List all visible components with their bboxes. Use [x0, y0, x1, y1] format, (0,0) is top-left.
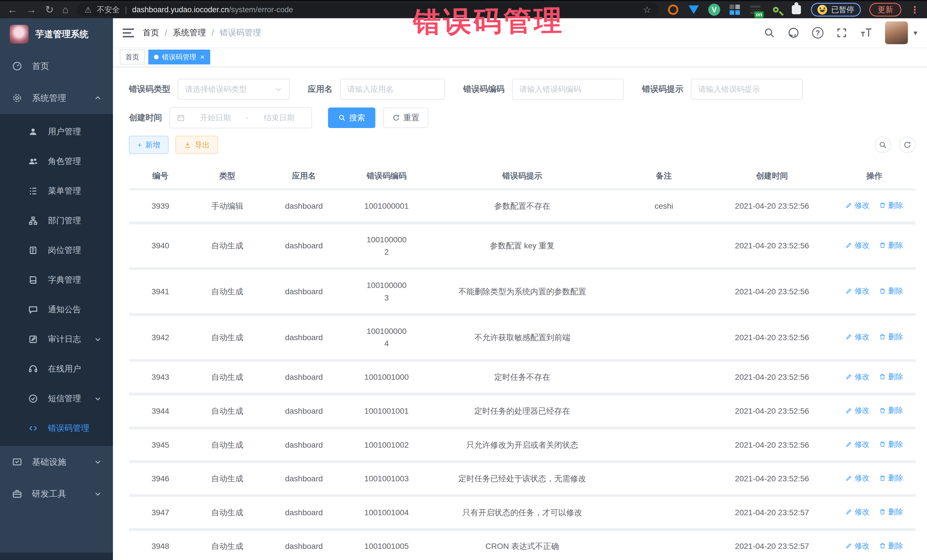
- delete-link[interactable]: 删除: [879, 285, 903, 296]
- extension-orange-icon[interactable]: [667, 4, 679, 16]
- cell-app: dashboard: [263, 530, 345, 560]
- edit-link[interactable]: 修改: [845, 331, 869, 343]
- search-button[interactable]: 搜索: [328, 108, 375, 128]
- delete-link[interactable]: 删除: [879, 506, 903, 518]
- extension-grid-icon[interactable]: [729, 4, 741, 16]
- toggle-search-icon[interactable]: [874, 137, 891, 153]
- edit-link[interactable]: 修改: [845, 540, 869, 551]
- col-actions: 操作: [833, 164, 916, 189]
- date-range-picker[interactable]: 开始日期 - 结束日期: [169, 107, 312, 128]
- edit-link[interactable]: 修改: [845, 200, 869, 211]
- avatar-caret-icon[interactable]: ▾: [913, 29, 917, 37]
- extension-list-icon[interactable]: on: [749, 4, 761, 16]
- sidebar-item-user-mgmt[interactable]: 用户管理: [0, 117, 113, 147]
- edit-link[interactable]: 修改: [845, 472, 869, 484]
- bookmark-star-icon[interactable]: ☆: [643, 4, 651, 15]
- code-icon: [27, 423, 39, 433]
- delete-link[interactable]: 删除: [879, 405, 903, 416]
- sidebar-item-role-mgmt[interactable]: 角色管理: [0, 147, 113, 176]
- add-button[interactable]: + 新增: [129, 136, 169, 154]
- col-type: 类型: [192, 164, 263, 189]
- github-icon[interactable]: [787, 27, 799, 39]
- sidebar-item-dict-mgmt[interactable]: 字典管理: [0, 265, 113, 295]
- tab-home[interactable]: 首页: [120, 50, 145, 64]
- edit-link[interactable]: 修改: [845, 240, 869, 251]
- extensions-puzzle-icon[interactable]: [790, 4, 802, 16]
- delete-link[interactable]: 删除: [879, 371, 903, 382]
- pencil-icon: [845, 288, 852, 294]
- cell-remark: ceshi: [617, 189, 711, 223]
- cell-id: 3945: [129, 428, 192, 462]
- sidebar-item-notice[interactable]: 通知公告: [0, 295, 113, 325]
- sidebar-item-dept-mgmt[interactable]: 部门管理: [0, 206, 113, 235]
- error-code-input[interactable]: [512, 79, 623, 99]
- sidebar-item-error-code[interactable]: 错误码管理: [0, 413, 113, 443]
- hamburger-icon[interactable]: [123, 29, 134, 37]
- org-tree-icon: [27, 216, 39, 226]
- reset-button[interactable]: 重置: [383, 108, 429, 128]
- dashboard-icon: [11, 61, 23, 71]
- delete-link[interactable]: 删除: [879, 540, 903, 551]
- browser-forward-icon[interactable]: →: [26, 5, 36, 15]
- browser-menu-kebab-icon[interactable]: ⋮: [910, 4, 919, 15]
- sidebar-item-audit-log[interactable]: 审计日志: [0, 325, 113, 354]
- delete-link[interactable]: 删除: [879, 439, 903, 450]
- cell-id: 3939: [129, 189, 192, 223]
- sidebar-item-infrastructure[interactable]: 基础设施: [0, 446, 113, 478]
- profile-paused-chip[interactable]: 已暂停: [811, 3, 861, 17]
- cell-id: 3944: [129, 394, 192, 428]
- filter-code-label: 错误码编码: [463, 83, 505, 95]
- sidebar-item-sms-mgmt[interactable]: 短信管理: [0, 384, 113, 413]
- font-size-icon[interactable]: [860, 27, 872, 38]
- sidebar-item-post-mgmt[interactable]: 岗位管理: [0, 235, 113, 265]
- edit-link[interactable]: 修改: [845, 371, 869, 382]
- docs-help-icon[interactable]: ?: [812, 27, 824, 38]
- sidebar-item-label: 菜单管理: [48, 185, 102, 197]
- col-remark: 备注: [617, 164, 711, 189]
- vue-devtools-icon[interactable]: V: [708, 4, 720, 16]
- tab-error-code[interactable]: 错误码管理 ×: [148, 50, 210, 64]
- sidebar-item-home[interactable]: 首页: [0, 50, 113, 82]
- cell-actions: 修改 删除: [833, 360, 916, 395]
- close-icon[interactable]: ×: [200, 53, 205, 62]
- breadcrumb-system[interactable]: 系统管理: [173, 27, 206, 38]
- address-bar[interactable]: ⚠ 不安全 | dashboard.yudao.iocoder.cn/syste…: [77, 3, 659, 17]
- browser-toolbar: ← → ↻ ⌂ ⚠ 不安全 | dashboard.yudao.iocoder.…: [0, 0, 927, 18]
- browser-update-button[interactable]: 更新: [869, 3, 901, 17]
- error-type-select[interactable]: 请选择错误码类型: [178, 79, 290, 100]
- refresh-table-icon[interactable]: [899, 137, 916, 153]
- cell-app: dashboard: [263, 428, 345, 462]
- browser-back-icon[interactable]: ←: [8, 5, 18, 15]
- cell-code: 1001001005: [345, 530, 428, 560]
- sidebar-item-system[interactable]: 系统管理: [0, 82, 113, 114]
- extension-gem-icon[interactable]: [688, 4, 700, 16]
- fullscreen-icon[interactable]: [836, 27, 847, 38]
- delete-link[interactable]: 删除: [879, 240, 903, 251]
- trash-icon: [879, 202, 886, 209]
- export-button[interactable]: 导出: [175, 136, 218, 154]
- browser-reload-icon[interactable]: ↻: [45, 5, 54, 15]
- edit-link[interactable]: 修改: [845, 506, 869, 518]
- search-icon[interactable]: [764, 27, 775, 38]
- edit-link[interactable]: 修改: [845, 439, 869, 450]
- cell-id: 3948: [129, 530, 192, 560]
- sidebar-item-online-users[interactable]: 在线用户: [0, 354, 113, 384]
- app-name-input[interactable]: [340, 79, 444, 99]
- delete-link[interactable]: 删除: [879, 472, 903, 484]
- cell-time: 2021-04-20 23:52:56: [711, 394, 833, 428]
- delete-link[interactable]: 删除: [879, 331, 903, 343]
- edit-link[interactable]: 修改: [845, 405, 869, 416]
- user-icon: [27, 127, 39, 137]
- cell-code: 1001000003: [345, 269, 428, 314]
- sidebar-item-menu-mgmt[interactable]: 菜单管理: [0, 176, 113, 206]
- sidebar-item-dev-tools[interactable]: 研发工具: [0, 478, 113, 510]
- pencil-icon: [845, 542, 852, 549]
- breadcrumb-home[interactable]: 首页: [143, 27, 159, 38]
- cell-id: 3947: [129, 496, 192, 530]
- error-hint-input[interactable]: [691, 79, 802, 99]
- edit-link[interactable]: 修改: [845, 285, 869, 296]
- delete-link[interactable]: 删除: [879, 200, 903, 211]
- extension-key-icon[interactable]: [770, 4, 782, 16]
- browser-home-icon[interactable]: ⌂: [62, 5, 68, 15]
- user-avatar[interactable]: [885, 21, 908, 44]
